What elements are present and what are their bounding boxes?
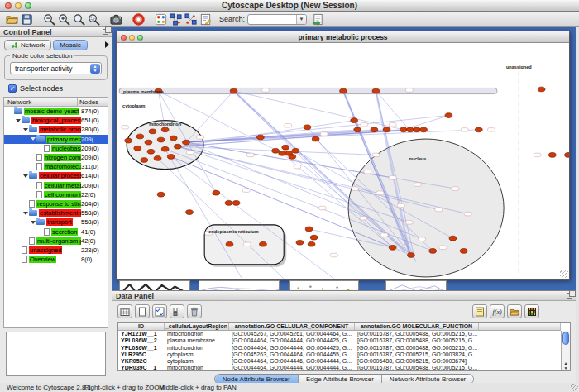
tree-row-multi-organism-pro[interactable]: multi-organism pro42(0) [4, 237, 108, 246]
attribute-grid-icon[interactable] [117, 304, 132, 318]
graph-node[interactable] [445, 113, 452, 118]
graph-node[interactable] [167, 155, 175, 160]
tab-network[interactable]: Network [4, 40, 51, 50]
node-color-dropdown[interactable]: transporter activity ▲▼ [10, 62, 102, 74]
unselect-attributes-icon[interactable] [170, 304, 184, 318]
expand-arrow-icon[interactable] [23, 174, 28, 178]
tree-row-macromolecule[interactable]: macromolecule311(0) [4, 162, 108, 171]
close-window-icon[interactable] [5, 2, 12, 9]
graph-node[interactable] [230, 88, 237, 93]
graph-node[interactable] [183, 140, 190, 145]
layout-spring-icon[interactable] [168, 12, 183, 26]
graph-node[interactable] [296, 240, 304, 245]
select-nodes-checkbox[interactable]: ✓ [8, 84, 17, 93]
table-column-header[interactable]: annotation.GO MOLECULAR_FUNCTION [355, 323, 479, 330]
table-row-ylr295c[interactable]: YLR295Ccytoplasm[GO:0045263, GO:0044464,… [118, 351, 561, 358]
annotation-icon[interactable] [198, 12, 213, 26]
expand-arrow-icon[interactable] [31, 137, 36, 141]
background-window-fragment[interactable] [290, 280, 359, 290]
tree-col-nodes[interactable]: Nodes [77, 98, 108, 106]
search-dropdown-icon[interactable]: ▼ [296, 15, 306, 24]
birds-eye-view[interactable] [6, 332, 106, 376]
new-attribute-icon[interactable] [135, 304, 150, 318]
graph-node[interactable] [407, 127, 414, 132]
tree-row-metabolic-process[interactable]: metabolic process280(0) [4, 125, 108, 134]
graph-node[interactable] [308, 241, 315, 246]
tree-row-biological-process[interactable]: biological_process651(0) [4, 116, 108, 125]
graph-node[interactable] [157, 137, 165, 142]
graph-node[interactable] [565, 153, 569, 158]
graph-node[interactable] [232, 201, 240, 206]
zoom-fit-icon[interactable] [71, 12, 86, 26]
app-resize-grip[interactable] [571, 384, 578, 391]
graph-node[interactable] [292, 148, 299, 153]
tree-row-cellular-metabo[interactable]: cellular metabo209(0) [4, 181, 108, 190]
graph-node[interactable] [383, 127, 390, 132]
tree-row-cellular-process[interactable]: cellular process614(0) [4, 171, 108, 180]
table-row-ypl036w__2[interactable]: YPL036W__2plasma membrane[GO:0044464, GO… [118, 337, 561, 344]
graph-node[interactable] [305, 227, 313, 232]
graph-node[interactable] [161, 127, 169, 132]
background-window-fragment[interactable] [385, 280, 447, 290]
tab-scroll-right-icon[interactable] [105, 41, 109, 48]
graph-node[interactable] [149, 129, 156, 134]
zoom-view-icon[interactable] [137, 35, 143, 41]
graph-node[interactable] [147, 149, 155, 154]
tree-row-overview[interactable]: Overview8(0) [4, 255, 108, 264]
graph-node[interactable] [125, 138, 132, 143]
table-row-yjr121w__1[interactable]: YJR121W__1mitochondrion[GO:0045267, GO:0… [118, 331, 561, 337]
tree-row-nitrogen-compo[interactable]: nitrogen compo209(0) [4, 153, 108, 162]
graph-node[interactable] [145, 140, 152, 145]
search-input[interactable]: ▼ [247, 14, 307, 25]
search-field[interactable] [248, 15, 296, 24]
tab-mosaic[interactable]: Mosaic [53, 40, 87, 50]
tree-col-network[interactable]: Network [4, 98, 77, 106]
expand-arrow-icon[interactable] [23, 212, 28, 215]
graph-node[interactable] [449, 236, 457, 241]
graph-node[interactable] [272, 148, 280, 153]
graph-node[interactable] [213, 190, 220, 195]
float-panel-icon[interactable] [567, 293, 572, 299]
network-window-titlebar[interactable]: primary metabolic process [117, 31, 569, 43]
graph-node[interactable] [170, 136, 177, 141]
graph-node[interactable] [310, 235, 318, 240]
tree-row-nucleobase-[interactable]: nucleobase-209(0) [4, 144, 108, 153]
tree-row-cell-communicat[interactable]: cell communicat22(0) [4, 190, 108, 199]
graph-node[interactable] [226, 241, 233, 246]
zoom-in-icon[interactable] [56, 12, 71, 26]
table-column-header[interactable]: ID [118, 323, 165, 330]
tree-row-secretion[interactable]: secretion41(0) [4, 227, 108, 236]
scrollbar-thumb[interactable] [562, 332, 569, 345]
graph-node[interactable] [400, 127, 407, 132]
formula-icon[interactable]: f(x) [490, 304, 505, 318]
expand-arrow-icon[interactable] [23, 128, 28, 131]
table-row-ydr039c__1[interactable]: YDR039C__1mitochondrion[GO:0044464, GO:0… [118, 365, 561, 371]
graph-node[interactable] [154, 156, 161, 161]
tree-row-unassigned[interactable]: unassigned223(0) [4, 246, 108, 255]
graph-node[interactable] [136, 134, 144, 139]
expand-arrow-icon[interactable] [31, 221, 36, 224]
graph-node[interactable] [371, 127, 378, 132]
graph-node[interactable] [282, 145, 290, 150]
table-row-ykr052c[interactable]: YKR052Ccytoplasm[GO:0044464, GO:0044446,… [118, 358, 561, 365]
table-scrollbar[interactable]: ▲ ▼ [561, 331, 570, 370]
graph-node[interactable] [420, 127, 428, 132]
graph-node[interactable] [548, 153, 556, 158]
tree-row-primary-metabo[interactable]: primary metabo209(... [4, 135, 108, 144]
tree-row-mosaic-demo-yeast[interactable]: mosaic-demo-yeast874(0) [4, 107, 108, 116]
import-attributes-icon[interactable] [507, 304, 522, 318]
save-icon[interactable] [19, 12, 34, 26]
graph-node[interactable] [157, 192, 165, 197]
graph-node[interactable] [304, 125, 311, 130]
tree-row-transport[interactable]: transport558(0) [4, 218, 108, 227]
vizmapper-icon[interactable] [153, 12, 168, 26]
select-attributes-icon[interactable] [152, 304, 167, 318]
graph-node[interactable] [414, 127, 421, 132]
snapshot-icon[interactable] [108, 12, 123, 26]
network-canvas[interactable]: plasma membrane cytoplasm mitochondrion … [117, 43, 569, 279]
graph-node[interactable] [538, 87, 545, 92]
table-column-header[interactable] [479, 323, 561, 330]
network-view-window[interactable]: primary metabolic process [116, 31, 570, 280]
graph-node[interactable] [279, 151, 286, 155]
graph-node[interactable] [460, 249, 467, 254]
